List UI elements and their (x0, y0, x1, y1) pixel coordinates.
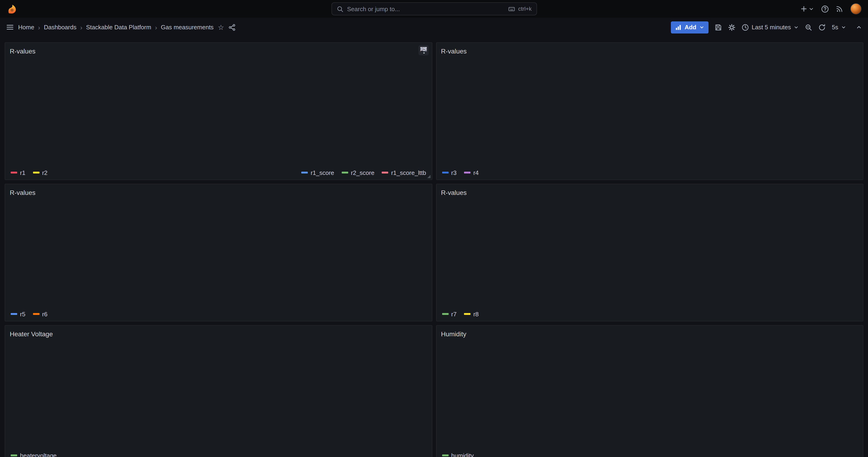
chevron-up-icon (856, 24, 862, 30)
legend-item[interactable]: r8 (464, 310, 478, 317)
refresh-interval-picker[interactable]: 5s (832, 24, 846, 31)
legend-item[interactable]: r1_score (301, 169, 334, 176)
panel-title[interactable]: R-values (441, 48, 467, 55)
time-range-picker[interactable]: Last 5 minutes (741, 24, 799, 31)
legend-swatch (442, 454, 448, 456)
top-bar: Search or jump to... ctrl+k (0, 0, 868, 18)
legend-label: r6 (42, 310, 48, 317)
time-series-chart[interactable] (10, 339, 427, 450)
legend-item[interactable]: r4 (464, 169, 478, 176)
zoom-out-button[interactable] (805, 24, 812, 31)
breadcrumb-separator-icon: › (155, 24, 157, 31)
share-icon (228, 24, 236, 31)
legend-item[interactable]: r6 (33, 310, 48, 317)
legend-left: r3r4 (442, 169, 478, 176)
legend-item[interactable]: r2 (33, 169, 48, 176)
legend-item[interactable]: r7 (442, 310, 457, 317)
breadcrumb-separator-icon: › (80, 24, 82, 31)
svg-text:12.5: 12.5 (420, 47, 421, 53)
legend-swatch (33, 172, 39, 174)
hamburger-icon (6, 23, 14, 31)
legend: heatervoltage (10, 450, 427, 457)
legend-label: r8 (473, 310, 478, 317)
breadcrumb: Home › Dashboards › Stackable Data Platf… (18, 24, 214, 31)
panel-title[interactable]: R-values (10, 189, 36, 196)
legend-label: r3 (451, 169, 457, 176)
panel-title[interactable]: Heater Voltage (10, 330, 53, 338)
panel-title[interactable]: Humidity (441, 330, 466, 338)
legend-left: r7r8 (442, 310, 478, 317)
breadcrumb-home[interactable]: Home (18, 24, 34, 31)
search-placeholder: Search or jump to... (347, 5, 400, 12)
panel-2-r-values: R-values 02040608017:08:0017:08:3017:09:… (436, 42, 863, 180)
add-panel-button[interactable]: Add (671, 21, 709, 33)
panel-header: Heater Voltage (10, 329, 427, 339)
time-series-chart[interactable] (10, 198, 427, 308)
chevron-down-icon (808, 6, 814, 12)
search-input[interactable]: Search or jump to... ctrl+k (331, 2, 537, 16)
legend-right: r1_scorer2_scorer1_score_lttb (301, 169, 426, 176)
legend-item[interactable]: r1 (11, 169, 25, 176)
save-dashboard-button[interactable] (714, 24, 722, 31)
legend-left: humidity (442, 452, 474, 457)
refresh-icon (818, 24, 826, 31)
question-circle-icon (821, 5, 829, 13)
chevron-down-icon (841, 25, 846, 30)
panel-title[interactable]: R-values (10, 48, 36, 55)
panel-header: R-values (441, 46, 858, 56)
share-button[interactable] (228, 24, 236, 31)
grafana-logo-icon[interactable] (6, 3, 17, 14)
legend-swatch (301, 172, 308, 174)
time-series-chart[interactable] (441, 56, 858, 167)
legend-swatch (11, 313, 17, 315)
breadcrumb-folder[interactable]: Stackable Data Platform (86, 24, 151, 31)
time-series-chart[interactable] (441, 339, 858, 450)
nav-bar: Home › Dashboards › Stackable Data Platf… (0, 18, 868, 37)
keyboard-icon (508, 5, 515, 12)
panel-header: R-values (441, 187, 858, 198)
clock-icon (741, 24, 749, 31)
legend-left: r5r6 (11, 310, 48, 317)
panel-4-r-values: R-values 02040608017:08:0017:08:3017:09:… (436, 184, 863, 322)
legend-swatch (33, 313, 39, 315)
news-button[interactable] (836, 5, 843, 12)
legend-swatch (442, 313, 448, 315)
legend: r1r2 r1_scorer2_scorer1_score_lttb (10, 167, 427, 178)
legend-item[interactable]: humidity (442, 452, 474, 457)
legend: humidity (441, 450, 858, 457)
favorite-star-button[interactable]: ☆ (218, 23, 224, 31)
legend-label: r1 (20, 169, 25, 176)
help-button[interactable] (821, 5, 829, 13)
breadcrumb-dashboards[interactable]: Dashboards (44, 24, 76, 31)
breadcrumb-current: Gas measurements (161, 24, 214, 31)
zoom-out-icon (805, 24, 812, 31)
panel-6-humidity: Humidity 52.755353.2553.553.755417:08:00… (436, 325, 863, 457)
legend-item[interactable]: r2_score (342, 169, 374, 176)
legend-item[interactable]: r5 (11, 310, 25, 317)
menu-toggle-button[interactable] (6, 23, 14, 31)
new-button[interactable] (800, 5, 814, 12)
refresh-button[interactable] (818, 24, 826, 31)
panel-header: R-values (10, 187, 427, 198)
panel-1-r-values: R-values 02040608017:08:0017:08:3017:09:… (5, 42, 432, 180)
user-avatar[interactable] (850, 3, 862, 14)
legend-item[interactable]: r1_score_lttb (382, 169, 426, 176)
panel-3-r-values: R-values 02040608017:08:0017:08:3017:09:… (5, 184, 432, 322)
legend-item[interactable]: heatervoltage (11, 452, 57, 457)
legend-label: r7 (451, 310, 457, 317)
dashboard-grid: R-values 02040608017:08:0017:08:3017:09:… (0, 37, 868, 457)
save-icon (714, 24, 722, 31)
rss-icon (836, 5, 843, 12)
dashboard-settings-button[interactable] (728, 24, 735, 31)
collapse-controls-button[interactable] (856, 24, 862, 30)
legend-item[interactable]: r3 (442, 169, 457, 176)
time-series-chart[interactable] (441, 198, 858, 308)
legend-label: humidity (451, 452, 474, 457)
legend-label: r5 (20, 310, 25, 317)
search-icon (336, 5, 343, 12)
panel-resize-handle[interactable] (427, 175, 430, 178)
time-series-chart[interactable] (10, 56, 427, 167)
panel-menu-button[interactable]: 02040608017:08:0017:08:3017:09:0017:09:3… (418, 45, 428, 55)
panel-title[interactable]: R-values (441, 189, 467, 196)
legend-swatch (11, 454, 17, 456)
